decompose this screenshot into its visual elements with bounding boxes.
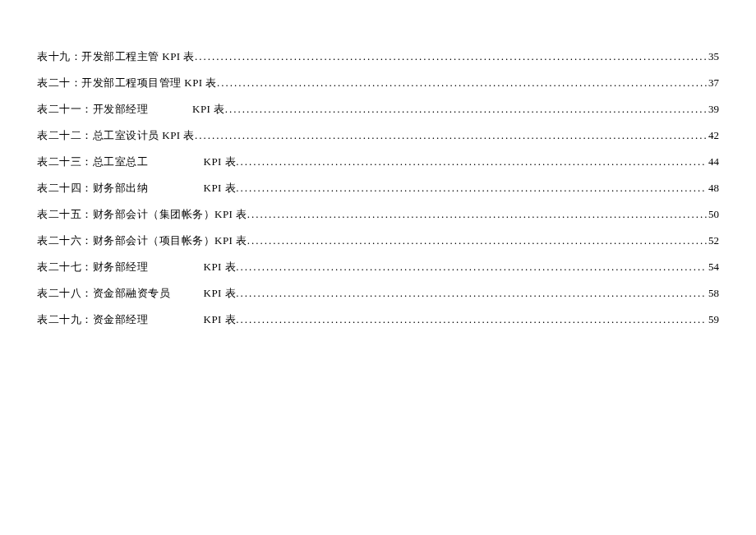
toc-entry: 表二十二：总工室设计员 KPI 表 42 xyxy=(37,128,719,143)
toc-page-number: 58 xyxy=(707,287,719,300)
toc-leader-dots xyxy=(195,129,707,142)
toc-page-number: 35 xyxy=(707,50,719,63)
toc-leader-dots xyxy=(247,234,707,247)
toc-entry: 表二十六：财务部会计（项目帐务）KPI 表 52 xyxy=(37,233,719,248)
toc-entry: 表二十一：开发部经理 KPI 表 39 xyxy=(37,102,719,117)
toc-entry: 表二十：开发部工程项目管理 KPI 表 37 xyxy=(37,76,719,90)
toc-leader-dots xyxy=(195,50,707,63)
toc-label: 表二十二：总工室设计员 KPI 表 xyxy=(37,128,195,143)
toc-label: 表二十五：财务部会计（集团帐务）KPI 表 xyxy=(37,207,247,222)
toc-label: 表二十八：资金部融资专员 KPI 表 xyxy=(37,286,236,301)
toc-label: 表十九：开发部工程主管 KPI 表 xyxy=(37,49,195,64)
toc-leader-dots xyxy=(236,182,707,195)
toc-leader-dots xyxy=(236,287,707,300)
toc-page-number: 48 xyxy=(707,182,719,195)
toc-page-number: 37 xyxy=(707,76,719,90)
toc-label: 表二十三：总工室总工 KPI 表 xyxy=(37,155,236,169)
toc-entry: 表二十八：资金部融资专员 KPI 表 58 xyxy=(37,286,719,301)
toc-label: 表二十九：资金部经理 KPI 表 xyxy=(37,312,236,327)
toc-page-number: 50 xyxy=(707,208,719,221)
toc-leader-dots xyxy=(247,208,707,221)
toc-leader-dots xyxy=(217,76,707,90)
toc-label: 表二十四：财务部出纳 KPI 表 xyxy=(37,181,236,196)
toc-label: 表二十：开发部工程项目管理 KPI 表 xyxy=(37,76,217,90)
toc-page-number: 39 xyxy=(707,103,719,116)
toc-label: 表二十一：开发部经理 KPI 表 xyxy=(37,102,225,117)
toc-leader-dots xyxy=(236,155,707,168)
toc-page-number: 54 xyxy=(707,261,719,274)
toc-entry: 表二十七：财务部经理 KPI 表 54 xyxy=(37,260,719,274)
table-of-contents: 表十九：开发部工程主管 KPI 表 35 表二十：开发部工程项目管理 KPI 表… xyxy=(37,49,719,327)
toc-leader-dots xyxy=(225,103,707,116)
toc-page-number: 52 xyxy=(707,234,719,247)
toc-entry: 表二十九：资金部经理 KPI 表 59 xyxy=(37,312,719,327)
toc-label: 表二十六：财务部会计（项目帐务）KPI 表 xyxy=(37,233,247,248)
toc-entry: 表二十三：总工室总工 KPI 表 44 xyxy=(37,155,719,169)
toc-page-number: 42 xyxy=(707,129,719,142)
toc-entry: 表二十五：财务部会计（集团帐务）KPI 表 50 xyxy=(37,207,719,222)
toc-label: 表二十七：财务部经理 KPI 表 xyxy=(37,260,236,274)
toc-page-number: 44 xyxy=(707,155,719,168)
toc-leader-dots xyxy=(236,261,707,274)
toc-leader-dots xyxy=(236,313,707,326)
toc-entry: 表二十四：财务部出纳 KPI 表 48 xyxy=(37,181,719,196)
toc-page-number: 59 xyxy=(707,313,719,326)
toc-entry: 表十九：开发部工程主管 KPI 表 35 xyxy=(37,49,719,64)
